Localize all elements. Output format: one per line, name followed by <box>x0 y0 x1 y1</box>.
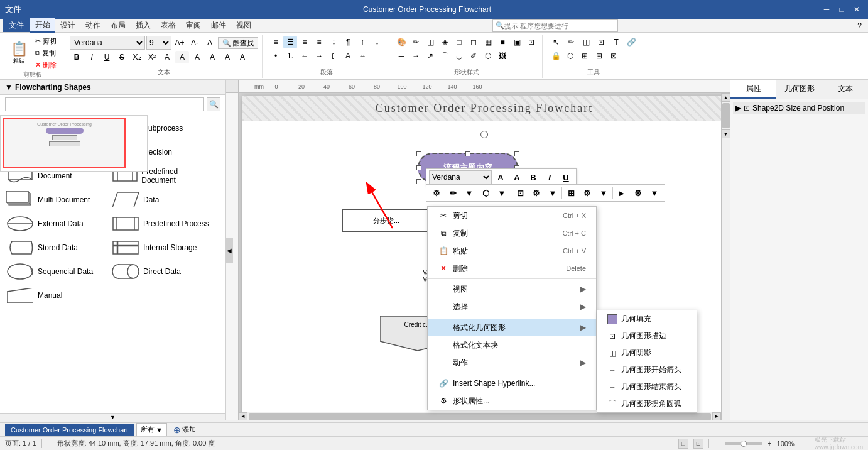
menu-item-view[interactable]: 视图 <box>231 19 256 32</box>
bullet-btn[interactable]: • <box>269 50 283 62</box>
right-tab-properties[interactable]: 属性 <box>730 80 776 99</box>
align-left-btn[interactable]: ≡ <box>269 36 283 48</box>
shape-item-directdata[interactable]: Direct Data <box>111 261 211 282</box>
page-scope-all[interactable]: 所有 ▼ <box>136 423 167 436</box>
underline-btn[interactable]: U <box>100 51 114 63</box>
delete-btn[interactable]: ✕ 删除 <box>33 60 59 70</box>
line-color-btn[interactable]: ✏ <box>409 36 423 48</box>
mt2-btn5[interactable]: ▼ <box>494 186 509 200</box>
shapes-header-arrow[interactable]: ▼ <box>5 83 13 92</box>
shape-item-extdata[interactable]: External Data <box>5 214 106 234</box>
font-shrink-btn[interactable]: A- <box>188 36 202 49</box>
mini-font-shrink[interactable]: A <box>509 170 524 184</box>
font-size-select[interactable]: 9 10 12 <box>146 36 171 50</box>
connector-btn[interactable]: ↗ <box>423 50 437 62</box>
ctx-item-copy[interactable]: ⧉ 复制 Ctrl + C <box>428 224 596 242</box>
shape-item-seqdata[interactable]: Sequencial Data <box>5 261 106 282</box>
font-shade-btn[interactable]: A <box>220 51 234 63</box>
ctx-item-format-geo[interactable]: 格式化几何图形 ▶ <box>428 319 596 336</box>
mt2-btn2[interactable]: ✏ <box>445 186 460 200</box>
submenu-item-corner[interactable]: ⌒ 几何图形拐角圆弧 <box>597 395 697 412</box>
spacing-btn[interactable]: A <box>341 50 355 62</box>
shadow-btn[interactable]: ◫ <box>423 36 437 48</box>
shape-style-4[interactable]: ■ <box>496 36 509 48</box>
font-grow-btn[interactable]: A+ <box>173 36 187 49</box>
search-input[interactable] <box>504 22 615 30</box>
submenu-item-fill[interactable]: 几何填充 <box>597 310 697 327</box>
copy-btn[interactable]: ⧉ 复制 <box>33 48 59 58</box>
shape-style-1[interactable]: □ <box>452 36 466 48</box>
submenu-item-stroke[interactable]: ⊡ 几何图形描边 <box>597 327 697 344</box>
group-btn[interactable]: ⬡ <box>563 50 577 62</box>
shape-item-predefproc[interactable]: Predefined Process <box>111 214 211 234</box>
shape-item-data[interactable]: Data <box>111 190 211 210</box>
find-btn[interactable]: 🔍 酷查找 <box>218 37 258 49</box>
para-up-btn[interactable]: ↑ <box>355 36 369 48</box>
align-center-btn[interactable]: ☰ <box>283 36 297 48</box>
scrollbar-bottom[interactable]: ◄ ► <box>239 412 721 420</box>
ctx-item-delete[interactable]: ✕ 删除 Delete <box>428 260 596 277</box>
number-btn[interactable]: 1. <box>283 50 297 62</box>
curve-btn[interactable]: ⌒ <box>438 50 452 62</box>
right-tab-geometry[interactable]: 几何图形 <box>776 80 822 99</box>
page-add-btn[interactable]: ⊕ 添加 <box>170 424 200 436</box>
page-tab-flowchart[interactable]: Customer Order Processing Flowchart <box>5 424 134 436</box>
font-color-btn[interactable]: A <box>160 51 174 63</box>
arrange-btn[interactable]: ⊟ <box>592 50 606 62</box>
mt2-btn10[interactable]: ⚙ <box>580 186 595 200</box>
mt2-btn12[interactable]: ► <box>614 186 629 200</box>
mt2-btn4[interactable]: ⬡ <box>478 186 493 200</box>
scroll-right-btn[interactable]: ► <box>712 412 721 421</box>
ctx-item-select[interactable]: 选择 ▶ <box>428 298 596 316</box>
ctx-item-hyperlink[interactable]: 🔗 Insert Shape Hyperlink... <box>428 375 596 392</box>
mt2-btn7[interactable]: ⚙ <box>529 186 544 200</box>
lock-btn[interactable]: 🔒 <box>549 50 563 62</box>
menu-item-table[interactable]: 表格 <box>156 19 181 32</box>
shape-style-6[interactable]: ⊡ <box>524 36 538 48</box>
menu-item-file[interactable]: 文件 <box>3 19 30 32</box>
menu-item-design[interactable]: 设计 <box>55 19 80 32</box>
indent-inc-btn[interactable]: → <box>312 50 326 62</box>
mt2-btn1[interactable]: ⚙ <box>429 186 444 200</box>
ctx-item-cut[interactable]: ✂ 剪切 Ctrl + X <box>428 207 596 224</box>
font-select[interactable]: Verdana Arial <box>70 36 145 50</box>
shape-item-storeddata[interactable]: Stored Data <box>5 238 106 258</box>
img-btn[interactable]: 🖼 <box>496 50 509 62</box>
line-sp-btn[interactable]: ↕ <box>327 36 340 48</box>
mt2-btn11[interactable]: ▼ <box>596 186 611 200</box>
panel-collapse-btn[interactable]: ◀ <box>225 238 233 263</box>
zoom-out-btn[interactable]: ─ <box>714 439 720 448</box>
eraser-btn[interactable]: ◫ <box>579 36 593 48</box>
line-end-btn[interactable]: → <box>409 50 423 62</box>
scroll-down-btn[interactable]: ▼ <box>722 129 730 138</box>
cut-btn[interactable]: ✂ 剪切 <box>33 36 59 47</box>
shape-item-manual[interactable]: Manual <box>5 285 106 305</box>
para-down-btn[interactable]: ↓ <box>370 36 384 48</box>
fill-color-btn[interactable]: 🎨 <box>394 36 408 48</box>
mt2-btn14[interactable]: ▼ <box>647 186 662 200</box>
text-dir-btn[interactable]: ↔ <box>355 50 369 62</box>
char-spacing-btn[interactable]: A <box>190 51 204 63</box>
shapes-search-btn[interactable]: 🔍 <box>207 97 220 111</box>
mt2-btn3[interactable]: ▼ <box>462 186 477 200</box>
strikethrough-btn[interactable]: S <box>115 51 129 63</box>
ctx-item-format-text[interactable]: 格式化文本块 <box>428 336 596 354</box>
menu-item-action[interactable]: 动作 <box>80 19 106 32</box>
shape-item-intstorage[interactable]: Internal Storage <box>111 238 211 258</box>
line-type-btn[interactable]: ─ <box>394 50 408 62</box>
italic-btn[interactable]: I <box>85 51 99 63</box>
scroll-indicator[interactable]: ▼ <box>0 413 225 420</box>
superscript-btn[interactable]: X² <box>145 51 159 63</box>
minimize-btn[interactable]: ─ <box>820 4 833 15</box>
start-node[interactable] <box>480 131 488 138</box>
para-more-btn[interactable]: ¶ <box>341 36 355 48</box>
mini-bold[interactable]: B <box>526 170 541 184</box>
shape-style-5[interactable]: ▣ <box>510 36 524 48</box>
submenu-item-end-arrow[interactable]: → 几何图形结束箭头 <box>597 378 697 395</box>
geo-btn[interactable]: ⬡ <box>481 50 495 62</box>
right-tab-text[interactable]: 文本 <box>822 80 868 99</box>
mini-underline[interactable]: U <box>558 170 573 184</box>
paste-btn[interactable]: 📋 粘贴 <box>6 40 31 67</box>
shapes-search-input[interactable] <box>5 97 204 111</box>
zoom-in-btn[interactable]: + <box>768 439 772 448</box>
